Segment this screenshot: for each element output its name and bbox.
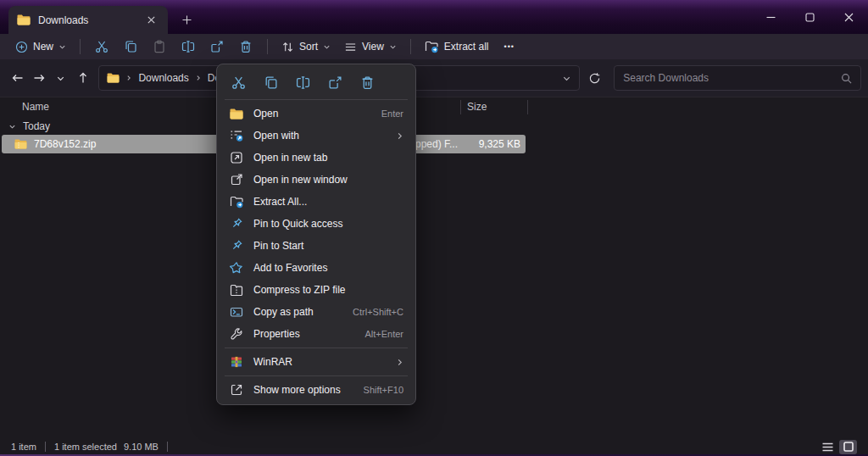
cut-icon[interactable] (225, 70, 253, 94)
new-tab-button[interactable] (176, 10, 197, 29)
sort-label: Sort (299, 41, 318, 53)
submenu-chevron-icon (396, 132, 403, 140)
toolbar-divider (267, 39, 268, 54)
see-more-button[interactable]: ••• (496, 39, 523, 54)
extract-all-label: Extract all (444, 41, 489, 53)
menu-item-compress-to-zip[interactable]: Compress to ZIP file (220, 279, 412, 301)
show-more-options-icon (229, 383, 244, 397)
sort-arrows-icon (281, 41, 294, 53)
copy-icon[interactable] (257, 70, 285, 94)
back-button[interactable] (7, 67, 29, 89)
copy-button[interactable] (116, 36, 145, 57)
column-divider[interactable] (527, 100, 528, 114)
maximize-button[interactable] (790, 0, 829, 34)
group-collapse-icon[interactable] (8, 123, 16, 131)
column-divider[interactable] (460, 100, 461, 114)
close-button[interactable] (829, 0, 868, 34)
window-controls (751, 0, 868, 34)
status-divider (167, 442, 168, 452)
menu-item-extract-all[interactable]: Extract All... (220, 191, 412, 213)
new-plus-icon (15, 41, 28, 53)
open-new-tab-icon (229, 151, 244, 164)
up-button[interactable] (72, 67, 94, 89)
menu-item-add-to-favorites[interactable]: Add to Favorites (220, 257, 412, 279)
new-label: New (33, 41, 53, 53)
menu-shortcut: Enter (381, 108, 403, 119)
search-box[interactable] (614, 65, 861, 91)
view-button[interactable]: View (337, 37, 403, 57)
extract-all-button[interactable]: Extract all (418, 37, 496, 57)
menu-item-open-in-new-window[interactable]: Open in new window (220, 169, 412, 191)
group-label: Today (23, 120, 50, 132)
status-divider (45, 442, 46, 452)
winrar-icon (229, 355, 244, 369)
menu-label: Open in new tab (253, 152, 403, 164)
column-header-row: Name Size (0, 97, 868, 118)
menu-item-properties[interactable]: Properties Alt+Enter (220, 323, 412, 345)
chevron-right-icon (125, 75, 132, 81)
chevron-down-icon (323, 43, 331, 51)
large-icons-view-button[interactable] (839, 440, 857, 454)
menu-label: Pin to Start (253, 240, 403, 252)
menu-item-copy-as-path[interactable]: Copy as path Ctrl+Shift+C (220, 301, 412, 323)
recent-locations-button[interactable] (50, 67, 72, 89)
extract-all-icon (425, 41, 439, 53)
column-header-size[interactable]: Size (467, 101, 487, 113)
sort-button[interactable]: Sort (275, 37, 337, 57)
menu-label: Add to Favorites (253, 262, 403, 274)
menu-item-open[interactable]: Open Enter (220, 103, 412, 125)
delete-icon[interactable] (353, 70, 381, 94)
minimize-button[interactable] (751, 0, 790, 34)
menu-item-show-more-options[interactable]: Show more options Shift+F10 (220, 379, 412, 401)
file-explorer-window: Downloads New (0, 0, 868, 456)
status-item-count: 1 item (11, 442, 36, 452)
zip-compress-icon (229, 284, 244, 296)
menu-label: Compress to ZIP file (253, 284, 403, 296)
share-icon[interactable] (321, 70, 349, 94)
menu-separator (225, 375, 408, 376)
search-input[interactable] (623, 72, 836, 84)
group-header-today[interactable]: Today (8, 120, 50, 132)
view-label: View (362, 41, 384, 53)
forward-button[interactable] (29, 67, 51, 89)
rename-icon[interactable] (289, 70, 317, 94)
tab-label: Downloads (38, 14, 135, 26)
file-size: 9,325 KB (449, 138, 520, 150)
address-dropdown-icon[interactable] (562, 74, 571, 83)
rename-button[interactable] (174, 36, 203, 57)
menu-label: Pin to Quick access (253, 218, 403, 230)
star-icon (229, 261, 244, 275)
menu-item-winrar[interactable]: WinRAR (220, 351, 412, 373)
paste-button[interactable] (145, 36, 174, 57)
refresh-button[interactable] (583, 67, 607, 89)
menu-label: Show more options (253, 384, 354, 396)
address-bar: Downloads Downloads (0, 59, 868, 97)
menu-separator (225, 348, 408, 348)
menu-label: Copy as path (253, 306, 343, 318)
chevron-right-icon (195, 75, 202, 81)
menu-item-open-in-new-tab[interactable]: Open in new tab (220, 147, 412, 169)
delete-button[interactable] (231, 36, 260, 57)
menu-item-open-with[interactable]: Open with (220, 125, 412, 147)
new-button[interactable]: New (8, 37, 73, 57)
share-button[interactable] (203, 36, 231, 57)
status-bar: 1 item 1 item selected 9.10 MB (0, 437, 868, 456)
more-dots-icon: ••• (504, 42, 515, 51)
toolbar-divider (410, 39, 411, 54)
breadcrumb-item[interactable]: Downloads (138, 72, 188, 84)
menu-item-pin-to-quick-access[interactable]: Pin to Quick access (220, 213, 412, 235)
menu-label: WinRAR (253, 356, 387, 368)
copy-as-path-icon (229, 305, 244, 319)
extract-all-icon (229, 196, 244, 209)
menu-item-pin-to-start[interactable]: Pin to Start (220, 235, 412, 257)
menu-shortcut: Shift+F10 (364, 385, 403, 395)
status-selection-size: 9.10 MB (124, 442, 159, 452)
menu-label: Open with (253, 130, 387, 142)
titlebar: Downloads (0, 0, 868, 34)
chevron-down-icon (389, 43, 397, 51)
tab-close-icon[interactable] (142, 12, 159, 29)
details-view-button[interactable] (819, 440, 837, 454)
tab-downloads[interactable]: Downloads (8, 6, 168, 34)
cut-button[interactable] (87, 36, 116, 57)
column-header-name[interactable]: Name (22, 101, 49, 113)
